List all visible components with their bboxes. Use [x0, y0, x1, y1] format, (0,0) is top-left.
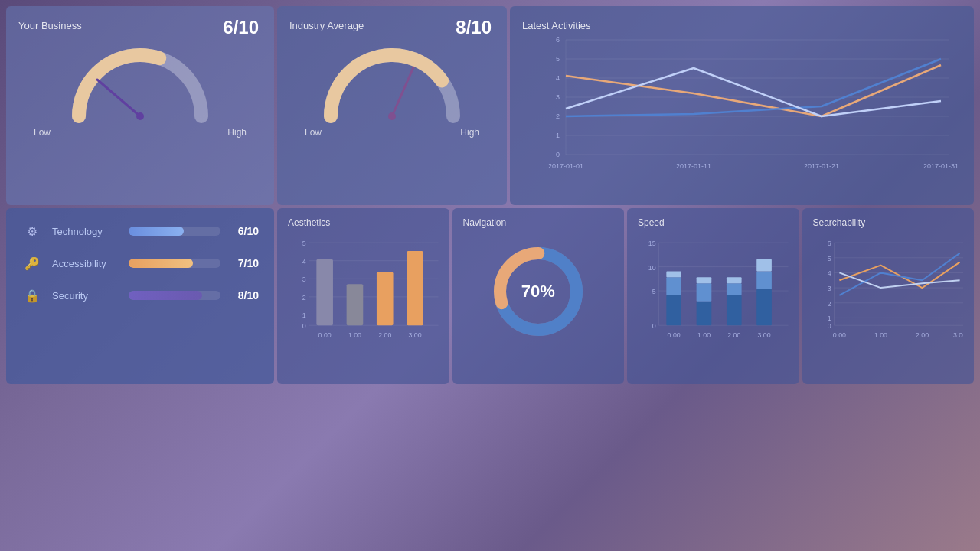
- svg-rect-62: [697, 277, 712, 283]
- your-business-high: High: [227, 127, 247, 138]
- svg-text:4: 4: [827, 269, 831, 277]
- top-row: Your Business 6/10 Low High Indus: [6, 6, 974, 205]
- activities-chart: 6 5 4 3 2 1 0 2017-01-01 2017-01-11 2017…: [522, 32, 962, 185]
- metric-score-security: 8/10: [228, 289, 259, 302]
- svg-text:3: 3: [827, 285, 831, 292]
- svg-rect-36: [316, 259, 333, 325]
- metric-label-accessibility: Accessibility: [52, 258, 129, 269]
- svg-rect-68: [756, 259, 772, 272]
- searchability-panel: Searchability 6 5 4 3 2 1 0: [802, 208, 975, 384]
- industry-avg-high: High: [460, 127, 479, 138]
- svg-text:1: 1: [827, 315, 831, 322]
- svg-rect-58: [666, 277, 681, 295]
- svg-text:0.00: 0.00: [318, 331, 332, 339]
- metrics-rows: ⚙ Technology 6/10 🔑 Accessibility 7/10 🔒…: [21, 220, 259, 306]
- aesthetics-chart: 5 4 3 2 1 0 0.00 1.0: [288, 234, 439, 349]
- svg-point-1: [136, 112, 144, 120]
- svg-text:2017-01-01: 2017-01-01: [548, 162, 583, 170]
- searchability-title: Searchability: [813, 217, 964, 228]
- industry-avg-title: Industry Average: [289, 20, 364, 31]
- svg-text:2.00: 2.00: [727, 331, 740, 339]
- navigation-title: Navigation: [463, 217, 614, 228]
- navigation-panel: Navigation 70%: [452, 208, 625, 384]
- svg-text:0.00: 0.00: [832, 331, 845, 339]
- metric-label-technology: Technology: [52, 226, 129, 237]
- svg-text:0: 0: [556, 151, 560, 158]
- svg-text:15: 15: [648, 240, 656, 247]
- svg-line-0: [97, 80, 140, 116]
- metric-icon-security: 🔒: [21, 285, 43, 306]
- metric-bar-security: [129, 291, 202, 300]
- svg-text:2.00: 2.00: [378, 331, 391, 339]
- dashboard: Your Business 6/10 Low High Indus: [0, 0, 980, 551]
- svg-text:0: 0: [827, 322, 831, 330]
- industry-avg-gauge-labels: Low High: [289, 127, 495, 138]
- gauge-svg-industry: [315, 40, 469, 124]
- svg-line-2: [392, 67, 413, 116]
- svg-text:6: 6: [556, 36, 560, 44]
- svg-rect-59: [666, 271, 681, 277]
- svg-point-3: [388, 112, 396, 120]
- metric-score-technology: 6/10: [228, 225, 259, 237]
- activities-chart-svg: 6 5 4 3 2 1 0 2017-01-01 2017-01-11 2017…: [522, 32, 962, 185]
- metrics-panel: ⚙ Technology 6/10 🔑 Accessibility 7/10 🔒…: [6, 208, 274, 384]
- svg-text:0.00: 0.00: [668, 331, 681, 339]
- aesthetics-title: Aesthetics: [288, 217, 439, 228]
- svg-text:2017-01-31: 2017-01-31: [923, 162, 959, 170]
- svg-text:1: 1: [556, 132, 560, 139]
- svg-text:5: 5: [652, 288, 656, 295]
- metric-bar-container-accessibility: [129, 259, 220, 268]
- speed-chart: 15 10 5 0: [638, 234, 789, 349]
- svg-text:3: 3: [556, 93, 560, 101]
- gauge-svg-business: [64, 40, 217, 124]
- bottom-panels: Aesthetics 5 4 3 2 1 0: [277, 208, 974, 384]
- speed-panel: Speed 15 10 5 0: [627, 208, 799, 384]
- svg-rect-37: [347, 284, 364, 325]
- navigation-donut: 70%: [463, 234, 614, 349]
- activities-panel: Latest Activities 6 5 4: [510, 6, 974, 205]
- svg-text:3: 3: [302, 276, 306, 283]
- speed-title: Speed: [638, 217, 789, 228]
- svg-rect-66: [756, 289, 772, 325]
- your-business-panel: Your Business 6/10 Low High: [6, 6, 274, 205]
- metric-bar-accessibility: [129, 259, 193, 268]
- your-business-low: Low: [34, 127, 51, 138]
- metric-icon-accessibility: 🔑: [21, 253, 43, 274]
- svg-text:1.00: 1.00: [697, 331, 710, 339]
- svg-text:0: 0: [652, 322, 656, 330]
- svg-text:3.00: 3.00: [952, 331, 963, 339]
- svg-rect-38: [377, 272, 394, 325]
- metric-row-security: 🔒 Security 8/10: [21, 285, 259, 306]
- svg-rect-61: [697, 283, 712, 302]
- svg-text:2017-01-11: 2017-01-11: [676, 162, 711, 170]
- metric-row-accessibility: 🔑 Accessibility 7/10: [21, 253, 259, 274]
- searchability-chart: 6 5 4 3 2 1 0 0.00 1.00 2.00: [813, 234, 964, 349]
- svg-text:4: 4: [556, 74, 560, 82]
- svg-text:4: 4: [302, 258, 306, 266]
- metric-bar-container-technology: [129, 227, 220, 236]
- svg-text:5: 5: [302, 240, 306, 247]
- industry-avg-low: Low: [305, 127, 322, 138]
- metric-label-security: Security: [52, 290, 129, 302]
- svg-text:6: 6: [827, 240, 831, 247]
- svg-text:1.00: 1.00: [874, 331, 887, 339]
- activities-title: Latest Activities: [522, 20, 591, 31]
- svg-rect-64: [727, 283, 742, 295]
- industry-avg-gauge: [289, 32, 495, 124]
- svg-text:2: 2: [827, 300, 831, 308]
- svg-rect-63: [727, 295, 742, 325]
- aesthetics-panel: Aesthetics 5 4 3 2 1 0: [277, 208, 449, 384]
- metric-bar-technology: [129, 227, 184, 236]
- svg-text:2.00: 2.00: [915, 331, 928, 339]
- svg-rect-65: [727, 277, 742, 283]
- metric-icon-technology: ⚙: [21, 220, 43, 242]
- svg-rect-39: [407, 251, 423, 325]
- industry-avg-panel: Industry Average 8/10 Low High: [277, 6, 507, 205]
- svg-text:5: 5: [827, 255, 831, 262]
- svg-text:2: 2: [556, 112, 560, 120]
- metric-row-technology: ⚙ Technology 6/10: [21, 220, 259, 242]
- your-business-title: Your Business: [18, 20, 82, 31]
- svg-text:1.00: 1.00: [348, 331, 361, 339]
- svg-text:5: 5: [556, 55, 560, 63]
- svg-rect-67: [756, 271, 772, 289]
